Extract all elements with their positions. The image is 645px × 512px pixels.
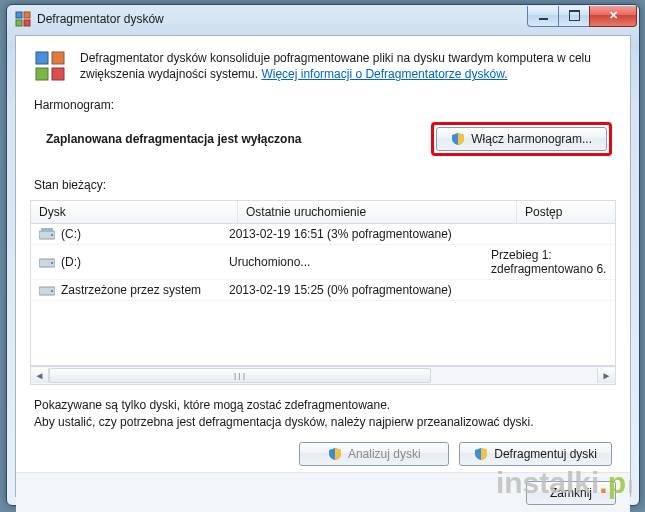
defrag-large-icon [34, 50, 66, 82]
close-button[interactable]: Zamknij [526, 481, 616, 505]
svg-rect-4 [36, 52, 48, 64]
last-run: 2013-02-19 15:25 (0% pofragmentowane) [221, 280, 483, 300]
defrag-app-icon [15, 11, 31, 27]
svg-point-12 [51, 262, 53, 264]
schedule-label: Harmonogram: [16, 90, 630, 116]
defragment-label: Defragmentuj dyski [494, 447, 597, 461]
maximize-button[interactable] [558, 6, 590, 27]
window-controls: ✕ [528, 6, 637, 27]
drive-icon [39, 284, 55, 296]
client-area: Defragmentator dysków konsoliduje pofrag… [15, 35, 631, 497]
drive-icon [39, 256, 55, 268]
disk-name: (D:) [61, 255, 81, 269]
disk-name: Zastrzeżone przez system [61, 283, 201, 297]
horizontal-scrollbar[interactable]: ◄ ııı ► [30, 366, 616, 385]
close-window-button[interactable]: ✕ [589, 6, 637, 27]
titlebar[interactable]: Defragmentator dysków ✕ [7, 5, 639, 33]
svg-rect-5 [52, 52, 64, 64]
last-run: Uruchomiono... [221, 252, 483, 272]
footer-note: Pokazywane są tylko dyski, które mogą zo… [16, 385, 630, 433]
svg-point-14 [51, 290, 53, 292]
table-row[interactable]: Zastrzeżone przez system 2013-02-19 15:2… [31, 280, 615, 301]
defrag-window: Defragmentator dysków ✕ Defragmentator d… [6, 4, 640, 506]
svg-rect-1 [24, 12, 30, 18]
schedule-row: Zaplanowana defragmentacja jest wyłączon… [16, 116, 630, 170]
svg-rect-3 [24, 20, 30, 26]
scroll-thumb[interactable]: ııı [49, 368, 431, 383]
disk-list: Dysk Ostatnie uruchomienie Postęp (C:) 2… [30, 200, 616, 366]
action-buttons: Analizuj dyski Defragmentuj dyski [16, 434, 630, 472]
current-state-label: Stan bieżący: [16, 170, 630, 196]
progress: Przebieg 1: zdefragmentowano 6. [483, 245, 615, 279]
defragment-button[interactable]: Defragmentuj dyski [459, 442, 612, 466]
progress [483, 287, 615, 293]
svg-point-10 [51, 234, 53, 236]
description-text: Defragmentator dysków konsoliduje pofrag… [80, 50, 612, 82]
col-header-disk[interactable]: Dysk [31, 201, 238, 223]
svg-rect-7 [52, 68, 64, 80]
table-row[interactable]: (D:) Uruchomiono... Przebieg 1: zdefragm… [31, 245, 615, 280]
more-info-link[interactable]: Więcej informacji o Defragmentatorze dys… [261, 67, 507, 81]
svg-rect-6 [36, 68, 48, 80]
col-header-last-run[interactable]: Ostatnie uruchomienie [238, 201, 517, 223]
drive-icon [39, 228, 55, 240]
minimize-button[interactable] [527, 6, 559, 27]
scroll-right-arrow[interactable]: ► [597, 368, 615, 383]
enable-schedule-label: Włącz harmonogram... [471, 132, 592, 146]
analyze-label: Analizuj dyski [348, 447, 421, 461]
disk-list-body: (C:) 2013-02-19 16:51 (3% pofragmentowan… [31, 224, 615, 365]
enable-schedule-button[interactable]: Włącz harmonogram... [436, 127, 607, 151]
disk-name: (C:) [61, 227, 81, 241]
last-run: 2013-02-19 16:51 (3% pofragmentowane) [221, 224, 483, 244]
svg-rect-0 [16, 12, 22, 18]
footer-note-1: Pokazywane są tylko dyski, które mogą zo… [34, 397, 612, 413]
svg-rect-9 [41, 228, 53, 232]
analyze-button[interactable]: Analizuj dyski [299, 442, 449, 466]
progress [483, 231, 615, 237]
close-row: Zamknij [16, 472, 630, 512]
description-row: Defragmentator dysków konsoliduje pofrag… [16, 36, 630, 90]
highlight-annotation: Włącz harmonogram... [431, 122, 612, 156]
schedule-status: Zaplanowana defragmentacja jest wyłączon… [46, 132, 301, 146]
table-row[interactable]: (C:) 2013-02-19 16:51 (3% pofragmentowan… [31, 224, 615, 245]
shield-icon [328, 447, 342, 461]
col-header-progress[interactable]: Postęp [517, 201, 615, 223]
svg-rect-2 [16, 20, 22, 26]
scroll-left-arrow[interactable]: ◄ [31, 368, 49, 383]
footer-note-2: Aby ustalić, czy potrzebna jest defragme… [34, 414, 612, 430]
window-title: Defragmentator dysków [37, 12, 164, 26]
disk-list-header: Dysk Ostatnie uruchomienie Postęp [31, 201, 615, 224]
shield-icon [451, 132, 465, 146]
shield-icon [474, 447, 488, 461]
close-label: Zamknij [550, 486, 592, 500]
